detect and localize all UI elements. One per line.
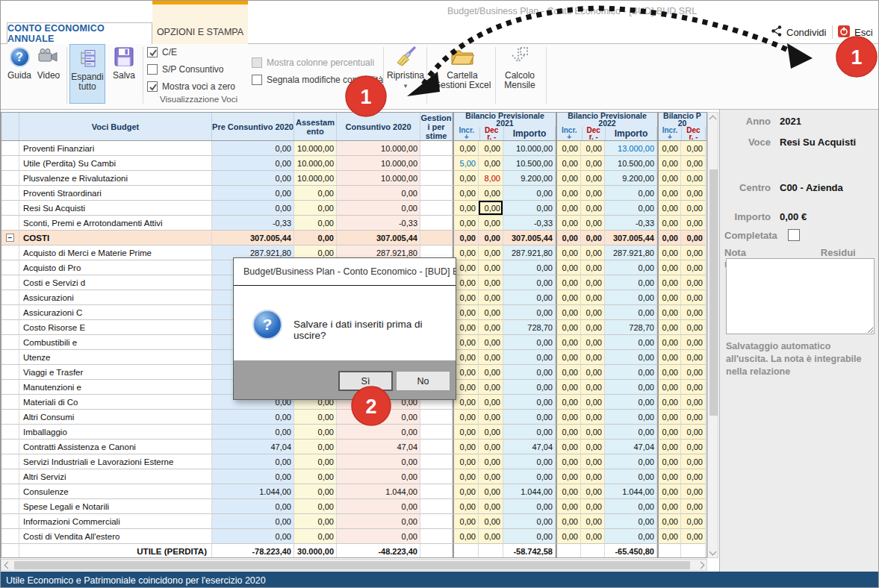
grid-cell[interactable]: 0,00: [581, 245, 605, 260]
grid-cell[interactable]: 0,00: [479, 275, 503, 290]
row-label[interactable]: Sconti, Premi e Arrotondamenti Attivi: [19, 216, 212, 231]
vertical-scrollbar[interactable]: [707, 112, 718, 558]
grid-cell[interactable]: 0,00: [581, 425, 605, 440]
grid-cell[interactable]: 0,00: [657, 380, 681, 395]
grid-cell[interactable]: 0,00: [681, 156, 706, 171]
grid-cell[interactable]: -78.223,40: [212, 544, 294, 558]
grid-cell[interactable]: 0,00: [657, 260, 681, 275]
grid-cell[interactable]: [681, 544, 706, 558]
grid-cell[interactable]: [420, 171, 453, 186]
help-button[interactable]: ? Guida: [5, 45, 34, 81]
grid-cell[interactable]: 0,00: [294, 425, 337, 440]
scroll-right-icon[interactable]: [696, 560, 705, 570]
grid-cell[interactable]: 0,00: [479, 365, 503, 380]
grid-cell[interactable]: 8,00: [479, 171, 503, 186]
scroll-up-icon[interactable]: [708, 114, 718, 123]
grid-cell[interactable]: -65.450,80: [605, 544, 657, 558]
grid-cell[interactable]: 0,00: [681, 514, 706, 529]
grid-cell[interactable]: 1.044,00: [337, 484, 420, 499]
grid-cell[interactable]: 0,00: [657, 335, 681, 350]
grid-cell[interactable]: 0,00: [681, 275, 706, 290]
row-label[interactable]: Viaggi e Trasfer: [19, 365, 212, 380]
grid-cell[interactable]: 0,00: [556, 499, 581, 514]
grid-cell[interactable]: 0,00: [294, 469, 337, 484]
grid-cell[interactable]: 0,00: [556, 141, 581, 156]
grid-cell[interactable]: 0,00: [581, 454, 605, 469]
share-button[interactable]: Condividi: [771, 24, 826, 40]
grid-cell[interactable]: 0,00: [605, 186, 657, 201]
year-group-header[interactable]: Bilancio P20Incr.+Decr. -: [657, 113, 706, 140]
grid-cell[interactable]: 0,00: [453, 201, 479, 216]
grid-cell[interactable]: 0,00: [581, 484, 605, 499]
grid-cell[interactable]: 0,00: [657, 350, 681, 365]
grid-cell[interactable]: [479, 544, 503, 558]
grid-cell[interactable]: 0,00: [681, 245, 706, 260]
grid-cell[interactable]: 0,00: [605, 529, 657, 544]
scroll-left-icon[interactable]: [3, 560, 12, 570]
grid-cell[interactable]: -0,33: [503, 216, 556, 231]
grid-cell[interactable]: 0,00: [294, 440, 337, 454]
column-header-gestioni-per-stime[interactable]: Gestioni per stime: [420, 113, 453, 140]
grid-cell[interactable]: 0,00: [503, 469, 556, 484]
grid-cell[interactable]: 0,00: [605, 260, 657, 275]
row-label[interactable]: Manutenzioni e: [19, 380, 212, 395]
year-group-header[interactable]: Bilancio Previsionale2022Incr.+Decr. -Im…: [556, 113, 657, 140]
grid-cell[interactable]: 0,00: [294, 499, 337, 514]
grid-cell[interactable]: 0,00: [556, 395, 581, 410]
subheader-incr[interactable]: Incr.+: [659, 127, 682, 140]
grid-cell[interactable]: 0,00: [453, 469, 479, 484]
grid-cell[interactable]: [420, 544, 453, 558]
grid-cell[interactable]: 0,00: [453, 350, 479, 365]
grid-cell[interactable]: 0,00: [453, 380, 479, 395]
row-label[interactable]: Plusvalenze e Rivalutazioni: [19, 171, 212, 186]
grid-cell[interactable]: 0,00: [453, 141, 479, 156]
grid-cell[interactable]: 0,00: [453, 260, 479, 275]
column-header-voci-budget[interactable]: Voci Budget: [19, 113, 212, 140]
grid-cell[interactable]: 0,00: [479, 395, 503, 410]
grid-cell[interactable]: 0,00: [294, 231, 337, 245]
grid-cell[interactable]: 0,00: [581, 320, 605, 335]
grid-cell[interactable]: 0,00: [681, 499, 706, 514]
grid-cell[interactable]: 0,00: [453, 514, 479, 529]
checkbox-box[interactable]: [252, 75, 262, 85]
grid-cell[interactable]: 0,00: [581, 260, 605, 275]
grid-cell[interactable]: 0,00: [212, 201, 294, 216]
grid-cell[interactable]: 0,00: [556, 245, 581, 260]
grid-cell[interactable]: 0,00: [453, 171, 479, 186]
grid-cell[interactable]: 0,00: [479, 201, 503, 216]
grid-cell[interactable]: [420, 529, 453, 544]
grid-cell[interactable]: 0,00: [503, 410, 556, 425]
vertical-scroll-thumb[interactable]: [709, 169, 718, 416]
grid-cell[interactable]: 0,00: [657, 395, 681, 410]
grid-cell[interactable]: 0,00: [681, 260, 706, 275]
grid-cell[interactable]: 0,00: [581, 499, 605, 514]
column-header-assestamento[interactable]: Assestamento: [294, 113, 337, 140]
grid-cell[interactable]: [657, 544, 681, 558]
grid-cell[interactable]: 0,00: [503, 260, 556, 275]
column-header-pre-consuntivo[interactable]: Pre Consuntivo 2020: [212, 113, 294, 140]
grid-cell[interactable]: 0,00: [657, 305, 681, 320]
row-label[interactable]: UTILE (PERDITA): [19, 544, 212, 558]
grid-cell[interactable]: 0,00: [212, 529, 294, 544]
checkbox-ce[interactable]: C/E: [147, 47, 177, 57]
grid-cell[interactable]: [556, 544, 581, 558]
grid-cell[interactable]: 0,00: [294, 514, 337, 529]
grid-cell[interactable]: 0,00: [479, 231, 503, 245]
grid-cell[interactable]: 0,00: [657, 171, 681, 186]
grid-cell[interactable]: 0,00: [503, 186, 556, 201]
grid-cell[interactable]: 0,00: [212, 186, 294, 201]
grid-cell[interactable]: 0,00: [605, 454, 657, 469]
grid-cell[interactable]: 0,00: [605, 365, 657, 380]
checkbox-box[interactable]: [147, 81, 158, 92]
checkbox-segnala-modifiche[interactable]: Segnala modifiche contabilità: [252, 75, 383, 85]
grid-cell[interactable]: 0,00: [556, 275, 581, 290]
grid-cell[interactable]: 0,00: [479, 186, 503, 201]
row-label[interactable]: Informazioni Commerciali: [19, 514, 212, 529]
grid-cell[interactable]: [420, 410, 453, 425]
note-input[interactable]: [726, 258, 875, 334]
row-label[interactable]: Costi di Vendita All'estero: [19, 529, 212, 544]
grid-cell[interactable]: 0,00: [681, 186, 706, 201]
grid-cell[interactable]: 0,00: [294, 186, 337, 201]
grid-cell[interactable]: 0,00: [657, 365, 681, 380]
grid-cell[interactable]: 0,00: [556, 290, 581, 305]
